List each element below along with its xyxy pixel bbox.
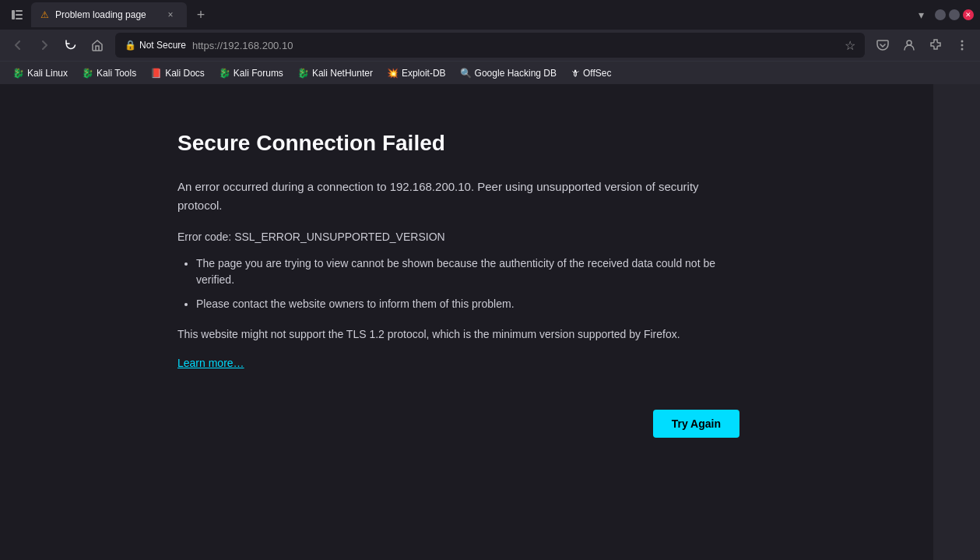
address-bar[interactable]: 🔒 Not Secure https://192.168.200.10 ☆ — [115, 33, 865, 58]
bookmark-google-hacking-label: Google Hacking DB — [475, 68, 557, 79]
lock-icon: 🔒 — [125, 40, 136, 51]
new-tab-btn[interactable]: + — [190, 4, 212, 26]
tab-warning-icon: ⚠ — [40, 9, 49, 20]
bookmark-exploit-db[interactable]: 💥 Exploit-DB — [381, 64, 452, 83]
home-btn[interactable] — [86, 33, 109, 57]
minimize-btn[interactable] — [935, 9, 946, 20]
exploit-db-icon: 💥 — [387, 68, 399, 79]
google-hacking-icon: 🔍 — [460, 68, 472, 79]
menu-btn[interactable] — [950, 33, 974, 57]
bookmark-offsec-label: OffSec — [583, 68, 611, 79]
tls-note: This website might not support the TLS 1… — [177, 328, 739, 340]
bookmark-kali-tools[interactable]: 🐉 Kali Tools — [76, 64, 142, 83]
error-bullet-2: Please contact the website owners to inf… — [196, 296, 739, 312]
url-display: https://192.168.200.10 — [192, 40, 838, 51]
bookmark-kali-linux-label: Kali Linux — [27, 68, 68, 79]
maximize-btn[interactable] — [949, 9, 960, 20]
not-secure-label: Not Secure — [139, 40, 186, 51]
sidebar-toggle-btn[interactable] — [6, 4, 28, 26]
right-panel-decoration — [933, 84, 980, 560]
error-description: An error occurred during a connection to… — [177, 178, 739, 215]
error-code: Error code: SSL_ERROR_UNSUPPORTED_VERSIO… — [177, 231, 739, 243]
error-container: Secure Connection Failed An error occurr… — [0, 84, 739, 560]
extensions-btn[interactable] — [924, 33, 947, 57]
bookmark-kali-forums[interactable]: 🐉 Kali Forums — [213, 64, 290, 83]
kali-tools-icon: 🐉 — [82, 68, 93, 79]
error-title: Secure Connection Failed — [177, 131, 739, 156]
security-indicator: 🔒 Not Secure — [125, 40, 186, 51]
svg-rect-0 — [12, 10, 15, 19]
bookmark-kali-linux[interactable]: 🐉 Kali Linux — [6, 64, 74, 83]
error-code-value: SSL_ERROR_UNSUPPORTED_VERSION — [234, 231, 444, 243]
svg-rect-3 — [16, 18, 23, 19]
tab-bar: ⚠ Problem loading page × + ▾ ✕ — [0, 0, 980, 30]
tab-controls: ▾ ✕ — [910, 4, 974, 26]
svg-rect-2 — [16, 14, 23, 16]
bookmark-kali-tools-label: Kali Tools — [97, 68, 136, 79]
bookmark-google-hacking[interactable]: 🔍 Google Hacking DB — [454, 64, 563, 83]
forward-btn[interactable] — [33, 33, 56, 57]
try-again-section: Try Again — [177, 410, 739, 438]
error-bullets-list: The page you are trying to view cannot b… — [196, 255, 739, 312]
svg-rect-1 — [16, 10, 23, 12]
kali-linux-icon: 🐉 — [12, 68, 24, 79]
try-again-btn[interactable]: Try Again — [653, 410, 739, 438]
nav-bar: 🔒 Not Secure https://192.168.200.10 ☆ — [0, 30, 980, 61]
bookmark-kali-docs[interactable]: 📕 Kali Docs — [144, 64, 211, 83]
nav-actions — [871, 33, 974, 57]
kali-nethunter-icon: 🐉 — [297, 68, 309, 79]
bookmark-exploit-db-label: Exploit-DB — [402, 68, 446, 79]
kali-docs-icon: 📕 — [150, 68, 162, 79]
active-tab[interactable]: ⚠ Problem loading page × — [31, 2, 187, 27]
tab-list-btn[interactable]: ▾ — [910, 4, 932, 26]
error-code-label: Error code: — [177, 231, 231, 243]
kali-forums-icon: 🐉 — [219, 68, 230, 79]
close-window-btn[interactable]: ✕ — [963, 9, 974, 20]
error-bullet-1: The page you are trying to view cannot b… — [196, 255, 739, 288]
bookmark-kali-nethunter-label: Kali NetHunter — [312, 68, 373, 79]
bookmark-star-btn[interactable]: ☆ — [845, 38, 855, 53]
bookmark-offsec[interactable]: 🗡 OffSec — [564, 64, 617, 83]
bookmark-kali-docs-label: Kali Docs — [165, 68, 205, 79]
svg-point-6 — [961, 44, 964, 47]
svg-point-4 — [907, 41, 912, 45]
learn-more-link[interactable]: Learn more… — [177, 357, 244, 369]
offsec-icon: 🗡 — [571, 68, 580, 79]
tab-title: Problem loading page — [55, 9, 157, 20]
bookmark-kali-nethunter[interactable]: 🐉 Kali NetHunter — [291, 64, 379, 83]
bookmarks-bar: 🐉 Kali Linux 🐉 Kali Tools 📕 Kali Docs 🐉 … — [0, 61, 980, 84]
page-content: Secure Connection Failed An error occurr… — [0, 84, 980, 560]
svg-point-5 — [961, 41, 964, 43]
tab-close-btn[interactable]: × — [163, 8, 177, 22]
back-btn[interactable] — [6, 33, 30, 57]
account-btn[interactable] — [897, 33, 921, 57]
bookmark-kali-forums-label: Kali Forums — [234, 68, 283, 79]
svg-point-7 — [961, 48, 964, 51]
reload-btn[interactable] — [59, 33, 83, 57]
pocket-btn[interactable] — [871, 33, 894, 57]
